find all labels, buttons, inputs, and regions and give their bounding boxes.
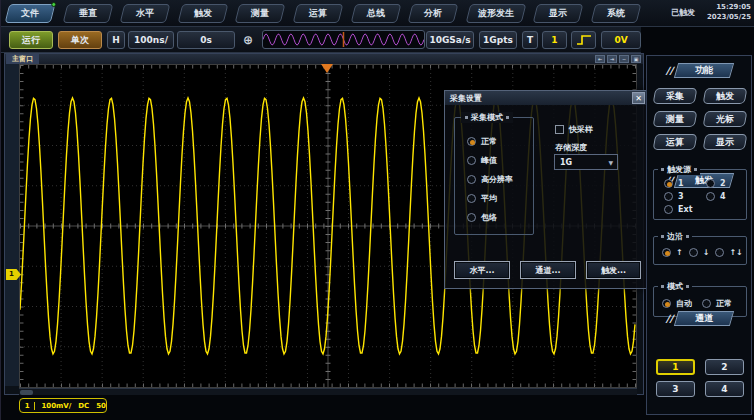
horizontal-button[interactable]: H bbox=[107, 31, 125, 49]
menu-item-display[interactable]: 显示 bbox=[533, 4, 584, 23]
menu-item-horizontal[interactable]: 水平 bbox=[120, 4, 171, 23]
edge-radio-falling[interactable]: ↓ bbox=[689, 248, 710, 257]
mode-radio-auto[interactable]: 自动 bbox=[662, 298, 692, 309]
edge-radio-either[interactable]: ↑↓ bbox=[715, 248, 742, 257]
sample-rate-label: 10GSa/s bbox=[426, 31, 474, 49]
mode-radio-peak[interactable]: 峰值 bbox=[467, 155, 497, 166]
channel-number: 1 bbox=[20, 402, 35, 410]
channel-2-button[interactable]: 2 bbox=[705, 359, 744, 375]
menu-item-system[interactable]: 系统 bbox=[591, 4, 642, 23]
radio-dot bbox=[662, 248, 671, 257]
channel-marker-strip bbox=[5, 64, 19, 386]
channel-coupling: DC bbox=[78, 402, 89, 410]
radio-dot bbox=[662, 299, 671, 308]
channel-3-button[interactable]: 3 bbox=[656, 381, 695, 397]
radio-dot bbox=[664, 192, 673, 201]
function-buttons: 采集 触发 测量 光标 运算 显示 bbox=[654, 88, 746, 150]
panel-acquire-button[interactable]: 采集 bbox=[653, 88, 698, 104]
horizontal-settings-button[interactable]: 水平... bbox=[454, 261, 510, 279]
menu-item-trigger[interactable]: 触发 bbox=[177, 4, 228, 23]
horizontal-offset-field[interactable]: 0s bbox=[177, 31, 235, 49]
radio-dot bbox=[664, 179, 673, 188]
scrollbar-thumb[interactable] bbox=[20, 390, 33, 395]
channel-4-button[interactable]: 4 bbox=[705, 381, 744, 397]
dialog-title-bar[interactable]: 采集设置 bbox=[445, 91, 646, 105]
panel-display-button[interactable]: 显示 bbox=[703, 134, 748, 150]
channel-settings-button[interactable]: 通道... bbox=[520, 261, 576, 279]
side-panel: // 功能 采集 触发 测量 光标 运算 显示 // 触发 触发源 1 2 3 … bbox=[646, 55, 752, 415]
close-icon[interactable]: ✕ bbox=[632, 92, 645, 104]
menu-item-wavegen[interactable]: 波形发生 bbox=[465, 4, 526, 23]
dialog-title: 采集设置 bbox=[450, 93, 482, 104]
channel-1-button[interactable]: 1 bbox=[656, 359, 695, 375]
panel-cursor-button[interactable]: 光标 bbox=[703, 111, 748, 127]
acquisition-mode-label: 采集模式 bbox=[461, 112, 513, 123]
trigger-t-button[interactable]: T bbox=[522, 31, 538, 49]
radio-dot bbox=[467, 175, 476, 184]
radio-dot bbox=[467, 137, 476, 146]
trigger-source-group: 触发源 1 2 3 4 Ext bbox=[653, 169, 747, 220]
edge-radio-rising[interactable]: ↑ bbox=[662, 248, 683, 257]
zoom-in-icon[interactable]: ⊕ bbox=[239, 31, 257, 49]
menu-item-measure[interactable]: 测量 bbox=[235, 4, 286, 23]
status-block: 已触发 15:29:05 2023/05/25 bbox=[671, 2, 751, 22]
source-radio-ext[interactable]: Ext bbox=[664, 205, 704, 214]
toolbar: 运行 单次 H 100ns/ 0s ⊕ 10GSa/s 1Gpts T 1 0V bbox=[1, 27, 641, 53]
fast-sample-checkbox[interactable]: 快采样 bbox=[555, 124, 593, 135]
window-header: 主窗口 ⇤ ⇥ − ▣ bbox=[5, 54, 643, 64]
mode-radio-average[interactable]: 平均 bbox=[467, 193, 497, 204]
trigger-settings-button[interactable]: 触发... bbox=[586, 261, 641, 279]
run-button[interactable]: 运行 bbox=[9, 31, 53, 49]
menu-item-math[interactable]: 运算 bbox=[293, 4, 344, 23]
trigger-source-button[interactable]: 1 bbox=[542, 31, 567, 49]
preview-waveform-svg bbox=[263, 31, 424, 48]
timebase-button[interactable]: 100ns/ bbox=[128, 31, 174, 49]
menu-item-vertical[interactable]: 垂直 bbox=[62, 4, 113, 23]
either-arrow-icon: ↑↓ bbox=[729, 248, 742, 257]
source-radio-1[interactable]: 1 bbox=[664, 179, 704, 188]
storage-depth-dropdown[interactable]: 1G ▼ bbox=[554, 154, 618, 170]
mode-radio-hires[interactable]: 高分辨率 bbox=[467, 174, 513, 185]
trigger-slope-icon[interactable] bbox=[571, 31, 596, 49]
channel1-badge[interactable]: 1 100mV/ DC 50 bbox=[19, 398, 107, 413]
function-header[interactable]: 功能 bbox=[674, 63, 734, 78]
panel-trigger-button[interactable]: 触发 bbox=[703, 88, 748, 104]
checkbox-box bbox=[555, 125, 564, 134]
single-button[interactable]: 单次 bbox=[58, 31, 102, 49]
horizontal-scrollbar[interactable] bbox=[19, 388, 637, 395]
trigger-position-marker[interactable] bbox=[321, 64, 333, 73]
source-radio-4[interactable]: 4 bbox=[706, 192, 746, 201]
maximize-icon[interactable]: ▣ bbox=[631, 55, 641, 63]
memory-depth-label: 1Gpts bbox=[479, 31, 517, 49]
menu-item-bus[interactable]: 总线 bbox=[350, 4, 401, 23]
radio-dot bbox=[715, 248, 724, 257]
radio-dot bbox=[706, 179, 715, 188]
radio-dot bbox=[702, 299, 711, 308]
oscilloscope-screen: 文件 垂直 水平 触发 测量 运算 总线 分析 波形发生 显示 系统 已触发 1… bbox=[0, 0, 754, 420]
pan-left-icon[interactable]: ⇤ bbox=[595, 55, 605, 63]
source-radio-3[interactable]: 3 bbox=[664, 192, 704, 201]
acquisition-settings-dialog: 采集设置 ✕ 采集模式 正常 峰值 高分辨率 平均 包络 快采样 存储深度 1G… bbox=[444, 90, 647, 289]
mode-radio-normal-trigger[interactable]: 正常 bbox=[702, 298, 732, 309]
acquisition-mode-group: 采集模式 正常 峰值 高分辨率 平均 包络 bbox=[454, 117, 534, 235]
source-radio-2[interactable]: 2 bbox=[706, 179, 746, 188]
panel-measure-button[interactable]: 测量 bbox=[653, 111, 698, 127]
trigger-level-button[interactable]: 0V bbox=[601, 31, 641, 49]
window-tab-title[interactable]: 主窗口 bbox=[6, 54, 39, 64]
channel-buttons: 1 2 3 4 bbox=[656, 359, 744, 397]
pan-right-icon[interactable]: ⇥ bbox=[607, 55, 617, 63]
mode-radio-envelope[interactable]: 包络 bbox=[467, 212, 497, 223]
clock: 15:29:05 2023/05/25 bbox=[707, 2, 751, 22]
header-slashes-icon: // bbox=[666, 313, 673, 324]
minimize-icon[interactable]: − bbox=[619, 55, 629, 63]
rising-arrow-icon: ↑ bbox=[676, 248, 683, 257]
channel-section-header[interactable]: 通道 bbox=[674, 311, 734, 326]
trigger-source-label: 触发源 bbox=[658, 164, 700, 175]
channel-impedance: 50 bbox=[96, 402, 106, 410]
trigger-mode-label: 模式 bbox=[658, 281, 692, 292]
menu-item-analysis[interactable]: 分析 bbox=[408, 4, 459, 23]
mode-radio-normal[interactable]: 正常 bbox=[467, 136, 497, 147]
waveform-preview[interactable] bbox=[262, 30, 425, 49]
menu-item-file[interactable]: 文件 bbox=[5, 4, 56, 23]
panel-math-button[interactable]: 运算 bbox=[653, 134, 698, 150]
